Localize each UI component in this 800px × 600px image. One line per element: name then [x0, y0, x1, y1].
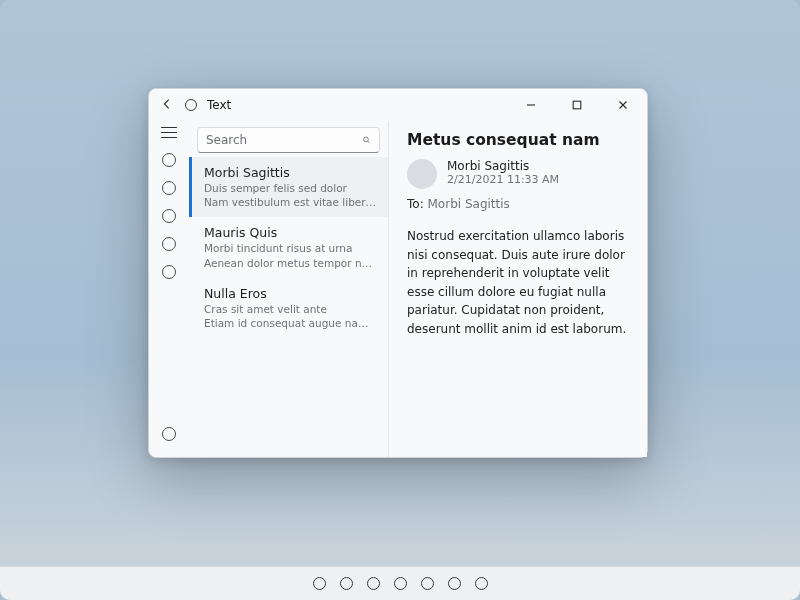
taskbar-item[interactable] — [475, 577, 488, 590]
app-window: Text — [148, 88, 648, 458]
minimize-button[interactable] — [513, 91, 549, 119]
list-item-title: Morbi Sagittis — [204, 165, 378, 180]
list-item-title: Nulla Eros — [204, 286, 378, 301]
list-item-title: Mauris Quis — [204, 225, 378, 240]
nav-item[interactable] — [162, 209, 176, 223]
hamburger-button[interactable] — [161, 127, 177, 139]
search-icon[interactable] — [362, 134, 371, 146]
avatar — [407, 159, 437, 189]
list-item-line: Aenean dolor metus tempor nulla ac dapib… — [204, 256, 378, 270]
message-subject: Metus consequat nam — [407, 131, 629, 149]
taskbar — [0, 566, 800, 600]
back-button[interactable] — [159, 97, 175, 114]
to-row: To: Morbi Sagittis — [407, 197, 629, 211]
list-item[interactable]: Nulla Eros Cras sit amet velit ante Etia… — [189, 278, 388, 338]
to-label: To: — [407, 197, 424, 211]
list-item-line: Etiam id consequat augue nam tincidunt — [204, 316, 378, 330]
to-value: Morbi Sagittis — [428, 197, 510, 211]
search-box[interactable] — [197, 127, 380, 153]
list-item-line: Nam vestibulum est vitae libero finibus … — [204, 195, 378, 209]
sender-time: 2/21/2021 11:33 AM — [447, 173, 559, 186]
taskbar-item[interactable] — [394, 577, 407, 590]
titlebar: Text — [149, 89, 647, 121]
taskbar-item[interactable] — [367, 577, 380, 590]
detail-pane: Metus consequat nam Morbi Sagittis 2/21/… — [389, 121, 647, 457]
taskbar-item[interactable] — [421, 577, 434, 590]
svg-rect-0 — [573, 101, 581, 109]
app-icon — [185, 99, 197, 111]
list-item[interactable]: Mauris Quis Morbi tincidunt risus at urn… — [189, 217, 388, 277]
nav-item[interactable] — [162, 237, 176, 251]
sender-name: Morbi Sagittis — [447, 159, 559, 173]
close-button[interactable] — [605, 91, 641, 119]
list-item-line: Duis semper felis sed dolor — [204, 181, 378, 195]
taskbar-item[interactable] — [340, 577, 353, 590]
message-body: Nostrud exercitation ullamco laboris nis… — [407, 227, 629, 339]
maximize-button[interactable] — [559, 91, 595, 119]
list-item-line: Cras sit amet velit ante — [204, 302, 378, 316]
svg-point-1 — [364, 137, 369, 142]
nav-rail — [149, 121, 189, 457]
search-input[interactable] — [206, 133, 356, 147]
list-pane: Morbi Sagittis Duis semper felis sed dol… — [189, 121, 389, 457]
window-title: Text — [207, 98, 231, 112]
taskbar-item[interactable] — [313, 577, 326, 590]
taskbar-item[interactable] — [448, 577, 461, 590]
list-item-line: Morbi tincidunt risus at urna — [204, 241, 378, 255]
nav-item-bottom[interactable] — [162, 427, 176, 441]
list-item[interactable]: Morbi Sagittis Duis semper felis sed dol… — [189, 157, 388, 217]
nav-item[interactable] — [162, 265, 176, 279]
nav-item[interactable] — [162, 181, 176, 195]
nav-item[interactable] — [162, 153, 176, 167]
desktop: Text — [0, 0, 800, 600]
